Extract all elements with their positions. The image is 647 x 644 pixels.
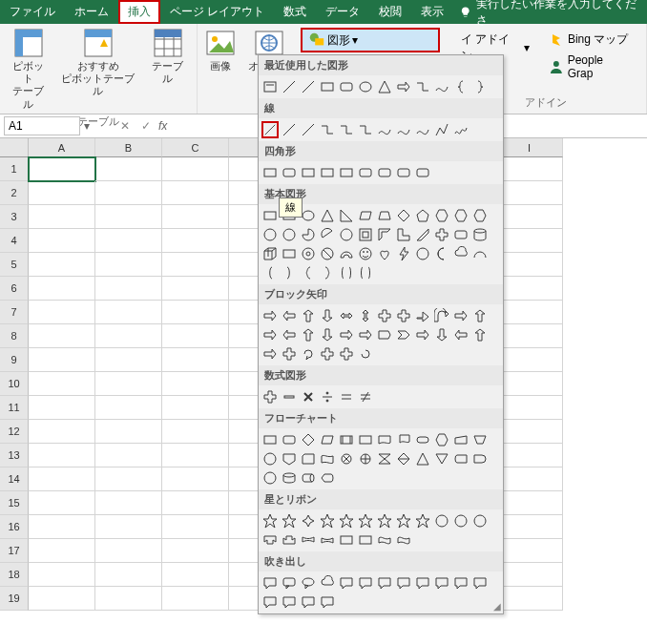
shape-bar3[interactable] [319,593,336,611]
cell[interactable] [162,157,229,181]
row-header[interactable]: 16 [0,515,29,539]
shape-card[interactable] [300,450,317,467]
cell[interactable] [496,587,563,611]
shape-merge[interactable] [433,450,450,467]
shape-decision[interactable] [300,431,317,448]
shape-down[interactable] [319,307,336,324]
shape-brace-pair2[interactable] [357,264,374,281]
cell[interactable] [162,444,229,467]
shape-p2[interactable] [338,345,355,363]
row-header[interactable]: 7 [0,301,29,324]
row-header[interactable]: 5 [0,253,29,277]
cell[interactable] [162,420,229,444]
picture-button[interactable]: 画像 [203,26,238,74]
cell[interactable] [95,491,162,515]
shape-bar2[interactable] [300,593,317,611]
shape-round-all[interactable] [414,164,431,181]
shape-5pt[interactable] [319,512,336,530]
cell[interactable] [95,539,162,563]
shape-line[interactable] [261,121,279,138]
shape-chord[interactable] [319,226,336,243]
cell[interactable] [496,539,563,563]
shape-connector[interactable] [414,78,431,95]
shape-equal[interactable] [338,388,355,405]
shape-rect[interactable] [319,78,336,95]
shape-hexagon[interactable] [433,207,450,224]
shape-uturn[interactable] [433,307,450,324]
shape-down-callout[interactable] [433,326,450,343]
select-all-corner[interactable] [0,138,29,157]
cell[interactable] [95,253,162,277]
cell[interactable] [162,396,229,420]
shape-rect[interactable] [261,164,279,181]
cell[interactable] [29,181,95,205]
cell[interactable] [29,467,95,491]
col-header[interactable]: I [496,138,563,157]
shape-updown[interactable] [357,307,374,324]
shape-10pt[interactable] [395,512,412,530]
shape-pentagon[interactable] [414,207,431,224]
shape-curved-up[interactable] [300,531,317,549]
shape-leftup[interactable] [452,307,470,324]
cell[interactable] [162,301,229,324]
shape-round-diag[interactable] [395,164,412,181]
shape-right[interactable] [261,307,279,324]
cell[interactable] [496,563,563,587]
cell[interactable] [496,324,563,348]
shape-octagon[interactable] [471,207,489,224]
shape-process[interactable] [261,431,279,448]
row-header[interactable]: 14 [0,467,29,491]
shape-border2[interactable] [471,574,489,592]
cell[interactable] [162,372,229,396]
cell[interactable] [29,396,95,420]
shape-pie[interactable] [300,226,317,243]
shape-smiley[interactable] [357,245,374,262]
row-header[interactable]: 18 [0,563,29,587]
cell[interactable] [95,444,162,467]
table-button[interactable]: テーブル [145,26,190,87]
shape-7pt[interactable] [357,512,374,530]
cell[interactable] [95,324,162,348]
cell[interactable] [95,372,162,396]
shape-32pt[interactable] [471,512,489,530]
shape-rounded[interactable] [281,164,298,181]
cell[interactable] [29,539,95,563]
row-header[interactable]: 8 [0,324,29,348]
shape-brace-r[interactable] [471,78,489,95]
shape-4pt[interactable] [300,512,317,530]
shape-or[interactable] [357,450,374,467]
shape-circular[interactable] [300,345,317,363]
cell[interactable] [95,563,162,587]
shape-curved-u[interactable] [300,326,317,343]
cell[interactable] [496,348,563,372]
shape-left[interactable] [281,307,298,324]
shape-rt-triangle[interactable] [338,207,355,224]
shape-elbow-double[interactable] [357,121,374,138]
tab-review[interactable]: 校閲 [369,0,411,24]
cell[interactable] [496,491,563,515]
cell[interactable] [29,587,95,611]
shape-textbox[interactable] [261,78,279,95]
cell[interactable] [29,372,95,396]
cell[interactable] [29,301,95,324]
shape-up-ribbon[interactable] [261,531,279,549]
shape-half-frame[interactable] [376,226,393,243]
tellme-search[interactable]: 実行したい作業を入力してくださ [453,0,647,24]
shape-line3[interactable] [376,574,393,592]
shape-terminator[interactable] [414,431,431,448]
shape-seq-storage[interactable] [261,469,279,487]
pivottable-button[interactable]: ピボット テーブル [6,26,51,113]
cell[interactable] [496,181,563,205]
tab-view[interactable]: 表示 [411,0,453,24]
cell[interactable] [162,253,229,277]
cell[interactable] [29,444,95,467]
shape-manual-op[interactable] [471,431,489,448]
cell[interactable] [95,348,162,372]
cell[interactable] [496,157,563,181]
shape-donut[interactable] [300,245,317,262]
shape-leftright-callout[interactable] [261,345,279,363]
shape-brace-l[interactable] [300,264,317,281]
shape-teardrop[interactable] [338,226,355,243]
shape-line-arrow[interactable] [300,78,317,95]
shape-dwave[interactable] [395,531,412,549]
